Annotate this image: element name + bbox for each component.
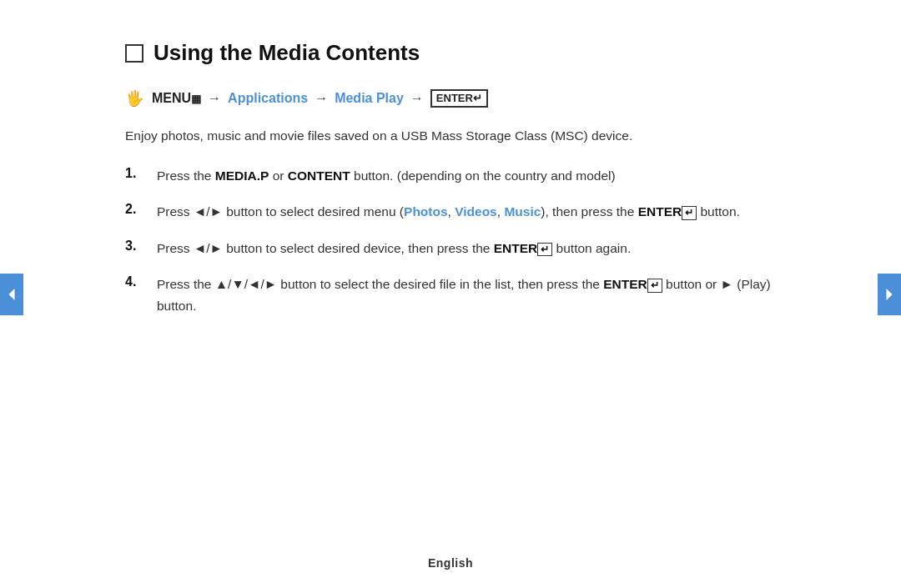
checkbox-icon — [125, 44, 143, 63]
step-2: 2. Press ◄/► button to select desired me… — [125, 201, 776, 223]
description-text: Enjoy photos, music and movie files save… — [125, 126, 776, 147]
breadcrumb-media-play: Media Play — [335, 91, 404, 106]
step-1: 1. Press the MEDIA.P or CONTENT button. … — [125, 165, 776, 187]
step-1-bold-2: CONTENT — [288, 168, 350, 183]
breadcrumb-applications: Applications — [228, 91, 308, 106]
step-1-content: Press the MEDIA.P or CONTENT button. (de… — [157, 165, 616, 187]
page-title-row: Using the Media Contents — [125, 40, 776, 66]
step-3-number: 3. — [125, 238, 145, 254]
svg-marker-1 — [887, 289, 893, 300]
breadcrumb-arrow-1: → — [208, 91, 221, 106]
step-1-bold-1: MEDIA.P — [215, 168, 269, 183]
step-4-enter-key: ↵ — [647, 279, 662, 292]
left-arrow-icon — [6, 289, 18, 300]
steps-list: 1. Press the MEDIA.P or CONTENT button. … — [125, 165, 776, 317]
step-3: 3. Press ◄/► button to select desired de… — [125, 238, 776, 259]
menu-label: MENU▦ — [152, 91, 201, 106]
step-2-number: 2. — [125, 201, 145, 217]
footer-language: English — [428, 556, 473, 570]
step-3-enter-key: ↵ — [537, 243, 552, 256]
svg-marker-0 — [9, 289, 15, 300]
link-music: Music — [504, 204, 541, 219]
content-area: Using the Media Contents 🖐 MENU▦ → Appli… — [108, 0, 793, 365]
right-arrow-icon — [883, 289, 895, 300]
step-2-enter: ENTER↵ — [638, 204, 697, 219]
step-3-enter: ENTER↵ — [494, 241, 553, 255]
page-container: Using the Media Contents 🖐 MENU▦ → Appli… — [0, 0, 901, 588]
step-3-content: Press ◄/► button to select desired devic… — [157, 238, 631, 259]
page-title: Using the Media Contents — [154, 40, 420, 66]
nav-arrow-left[interactable] — [0, 274, 23, 315]
step-4-number: 4. — [125, 274, 145, 289]
breadcrumb-arrow-2: → — [315, 91, 328, 106]
hand-menu-icon: 🖐 — [125, 89, 143, 108]
nav-arrow-right[interactable] — [878, 274, 901, 315]
link-videos: Videos — [455, 204, 497, 219]
step-4-enter: ENTER↵ — [603, 277, 662, 291]
link-photos: Photos — [404, 204, 448, 219]
breadcrumb-enter: ENTER↵ — [430, 89, 488, 108]
step-2-content: Press ◄/► button to select desired menu … — [157, 201, 740, 223]
step-2-enter-key: ↵ — [682, 206, 697, 219]
step-4-content: Press the ▲/▼/◄/► button to select the d… — [157, 274, 776, 316]
step-4: 4. Press the ▲/▼/◄/► button to select th… — [125, 274, 776, 316]
step-1-number: 1. — [125, 165, 145, 181]
menu-breadcrumb: 🖐 MENU▦ → Applications → Media Play → EN… — [125, 89, 776, 108]
enter-key-icon: ENTER↵ — [430, 89, 488, 108]
breadcrumb-arrow-3: → — [410, 91, 424, 106]
footer: English — [428, 556, 473, 570]
